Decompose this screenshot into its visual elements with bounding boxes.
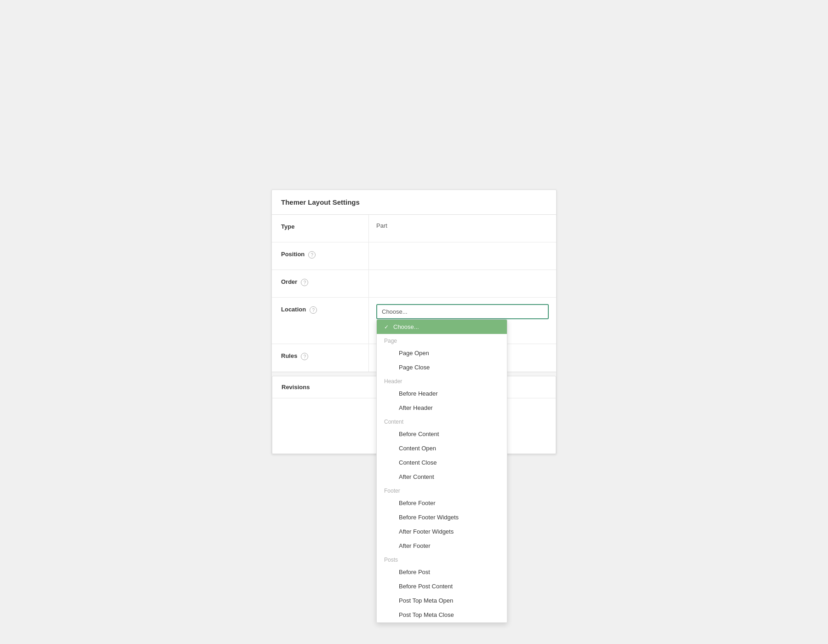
order-label: Order — [281, 278, 297, 285]
dropdown-item-before-footer-widgets[interactable]: Before Footer Widgets — [377, 510, 507, 524]
dropdown-item-after-footer[interactable]: After Footer — [377, 539, 507, 553]
group-label-header: Header — [377, 374, 507, 386]
location-dropdown-wrapper: Choose... ✓ Choose... Page Page Open — [376, 304, 549, 319]
position-help-icon[interactable]: ? — [308, 251, 316, 259]
settings-table: Type Part Position ? Order ? — [272, 215, 556, 372]
dropdown-item-post-top-meta-close[interactable]: Post Top Meta Close — [377, 608, 507, 622]
themer-layout-settings-panel: Themer Layout Settings Type Part Positio… — [271, 190, 557, 454]
dropdown-item-before-footer[interactable]: Before Footer — [377, 496, 507, 510]
dropdown-item-after-content[interactable]: After Content — [377, 470, 507, 484]
dropdown-item-content-close[interactable]: Content Close — [377, 455, 507, 470]
dropdown-item-page-open[interactable]: Page Open — [377, 346, 507, 360]
location-dropdown-menu: ✓ Choose... Page Page Open Page Close — [376, 319, 507, 623]
location-label: Location — [281, 306, 306, 313]
dropdown-item-before-content[interactable]: Before Content — [377, 427, 507, 441]
rules-help-icon[interactable]: ? — [301, 353, 308, 360]
dropdown-item-page-close[interactable]: Page Close — [377, 360, 507, 374]
type-value: Part — [376, 220, 387, 229]
dropdown-item-post-top-meta-open[interactable]: Post Top Meta Open — [377, 593, 507, 608]
location-help-icon[interactable]: ? — [310, 306, 317, 314]
type-content: Part — [368, 215, 556, 242]
dropdown-item-before-post[interactable]: Before Post — [377, 565, 507, 579]
location-dropdown-trigger[interactable]: Choose... — [376, 304, 549, 319]
location-row: Location ? Choose... ✓ Choose... — [272, 298, 556, 344]
location-label-cell: Location ? — [272, 298, 368, 344]
rules-label-cell: Rules ? — [272, 344, 368, 372]
type-row: Type Part — [272, 215, 556, 242]
dropdown-item-after-footer-widgets[interactable]: After Footer Widgets — [377, 524, 507, 539]
group-label-footer: Footer — [377, 484, 507, 496]
order-label-cell: Order ? — [272, 270, 368, 297]
dropdown-item-after-post-content[interactable]: After Post Content — [377, 622, 507, 623]
dropdown-item-after-header[interactable]: After Header — [377, 401, 507, 415]
type-label: Type — [281, 223, 294, 230]
type-label-cell: Type — [272, 215, 368, 242]
rules-label: Rules — [281, 352, 297, 359]
group-label-content: Content — [377, 415, 507, 427]
panel-header: Themer Layout Settings — [272, 190, 556, 215]
group-label-page: Page — [377, 334, 507, 346]
position-label-cell: Position ? — [272, 242, 368, 270]
dropdown-item-choose[interactable]: ✓ Choose... — [377, 320, 507, 334]
dropdown-item-content-open[interactable]: Content Open — [377, 441, 507, 455]
position-label: Position — [281, 251, 305, 258]
check-icon: ✓ — [384, 324, 391, 330]
position-row: Position ? — [272, 242, 556, 270]
location-content: Choose... ✓ Choose... Page Page Open — [368, 298, 556, 344]
order-help-icon[interactable]: ? — [301, 279, 308, 286]
dropdown-item-before-header[interactable]: Before Header — [377, 386, 507, 401]
order-row: Order ? — [272, 270, 556, 298]
order-content — [368, 270, 556, 297]
dropdown-item-before-post-content[interactable]: Before Post Content — [377, 579, 507, 593]
group-label-posts: Posts — [377, 553, 507, 565]
panel-title: Themer Layout Settings — [281, 198, 547, 206]
position-content — [368, 242, 556, 270]
